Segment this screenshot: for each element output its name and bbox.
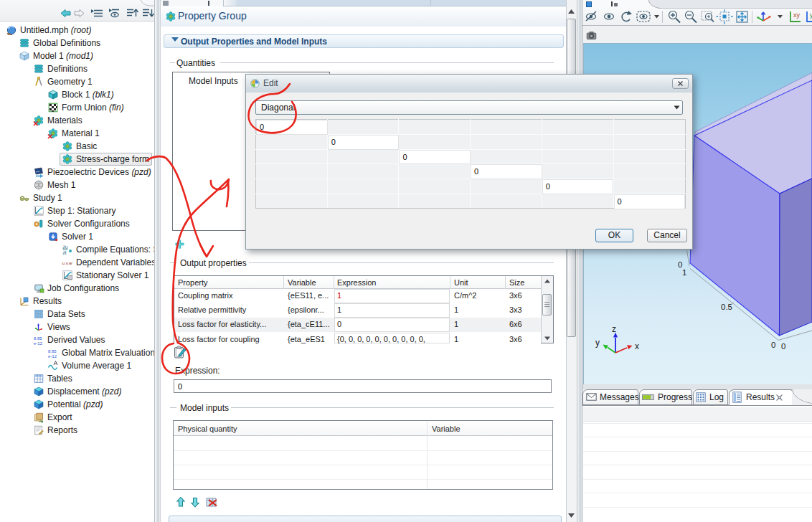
- svg-text:y: y: [595, 338, 600, 348]
- svg-text:x: x: [635, 341, 639, 351]
- svg-text:xy: xy: [793, 11, 801, 19]
- svg-text:0: 0: [781, 342, 785, 351]
- svg-text:1: 1: [682, 268, 686, 277]
- svg-text:0.5: 0.5: [721, 303, 732, 311]
- svg-text:0: 0: [771, 341, 775, 349]
- svg-text:z: z: [612, 324, 616, 334]
